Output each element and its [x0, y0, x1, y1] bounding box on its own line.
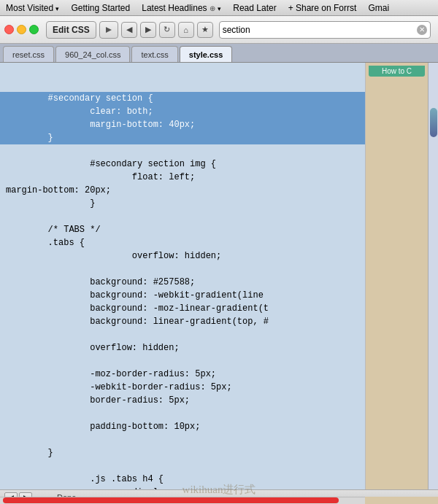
right-panel-tab[interactable]: How to C [369, 66, 425, 77]
code-line[interactable]: -webkit-border-radius: 5px; [0, 381, 428, 394]
code-line[interactable]: #secondary section img { [0, 158, 428, 171]
maximize-button[interactable] [29, 25, 39, 34]
reload-btn[interactable]: ↻ [159, 22, 175, 38]
scrollbar-thumb[interactable] [430, 108, 437, 137]
home-btn[interactable]: ⌂ [178, 22, 194, 38]
nav-back-btn[interactable]: ◀ [121, 22, 137, 38]
code-line[interactable]: #secondary section { [0, 92, 428, 105]
code-line[interactable]: margin-bottom: 20px; [0, 184, 428, 197]
edit-css-button[interactable]: Edit CSS [46, 21, 96, 39]
forward-icon-btn[interactable] [99, 21, 118, 39]
right-panel-scrollbar [365, 497, 438, 504]
code-line[interactable] [0, 144, 428, 158]
menubar-item-latest-headlines[interactable]: Latest Headlines ⊕ ▾ [139, 1, 224, 15]
h-scrollbar[interactable] [0, 497, 365, 504]
code-line[interactable] [0, 354, 428, 368]
code-line[interactable]: float: left; [0, 171, 428, 184]
code-line[interactable]: border-radius: 5px; [0, 394, 428, 407]
code-line[interactable]: clear: both; [0, 105, 428, 118]
menubar-item-getting-started[interactable]: Getting Started [68, 1, 133, 15]
search-input[interactable] [223, 25, 417, 35]
code-line[interactable]: overflow: hidden; [0, 249, 428, 263]
code-line[interactable] [0, 433, 428, 446]
code-line[interactable] [0, 328, 428, 341]
code-line[interactable]: } [0, 197, 428, 210]
minimize-button[interactable] [17, 25, 26, 34]
menubar: Most Visited ▾ Getting Started Latest He… [0, 0, 438, 16]
menubar-item-gmail[interactable]: Gmai [365, 1, 392, 15]
tab-style-css[interactable]: style.css [180, 46, 232, 62]
code-line[interactable]: background: -moz-linear-gradient(t [0, 302, 428, 315]
statusbar: ◀ ▶ Done wikihuan进行式 [0, 489, 438, 504]
code-line[interactable] [0, 263, 428, 276]
code-line[interactable]: margin-bottom: 40px; [0, 118, 428, 131]
nav-fwd-btn[interactable]: ▶ [140, 22, 156, 38]
search-wrap: ✕ [219, 21, 431, 39]
toolbar: Edit CSS ◀ ▶ ↻ ⌂ ★ ✕ [0, 16, 438, 44]
code-container: #secondary section { clear: both; margin… [0, 63, 438, 489]
code-line[interactable]: } [0, 131, 428, 144]
tabbar: reset.css 960_24_col.css text.css style.… [0, 44, 438, 63]
code-line[interactable] [0, 407, 428, 420]
tab-reset-css[interactable]: reset.css [3, 46, 54, 62]
tab-text-css[interactable]: text.css [131, 46, 177, 62]
code-line[interactable]: -moz-border-radius: 5px; [0, 368, 428, 381]
close-button[interactable] [4, 25, 14, 34]
code-line[interactable] [0, 460, 428, 473]
code-line[interactable] [0, 210, 428, 223]
h-scrollbar-thumb[interactable] [3, 497, 339, 503]
code-line[interactable]: } [0, 446, 428, 460]
code-line[interactable]: background: #257588; [0, 276, 428, 289]
menubar-item-most-visited[interactable]: Most Visited ▾ [3, 1, 62, 15]
vertical-scrollbar[interactable] [428, 63, 438, 489]
code-line[interactable]: background: -webkit-gradient(line [0, 289, 428, 302]
bookmark-btn[interactable]: ★ [197, 22, 213, 38]
menubar-item-read-later[interactable]: Read Later [230, 1, 279, 15]
tab-col-css[interactable]: 960_24_col.css [55, 46, 130, 62]
svg-marker-0 [106, 27, 112, 33]
code-line[interactable]: .tabs { [0, 236, 428, 249]
code-line[interactable]: background: linear-gradient(top, # [0, 315, 428, 328]
code-line[interactable]: .js .tabs h4 { [0, 473, 428, 486]
code-line[interactable]: overflow: hidden; [0, 341, 428, 354]
window-controls [4, 25, 39, 34]
right-panel: How to C [365, 63, 428, 489]
code-line[interactable]: padding-bottom: 10px; [0, 420, 428, 433]
code-area[interactable]: #secondary section { clear: both; margin… [0, 63, 428, 489]
search-clear-btn[interactable]: ✕ [417, 25, 427, 35]
code-line[interactable]: /* TABS */ [0, 223, 428, 236]
menubar-item-share-forrst[interactable]: + Share on Forrst [285, 1, 360, 15]
